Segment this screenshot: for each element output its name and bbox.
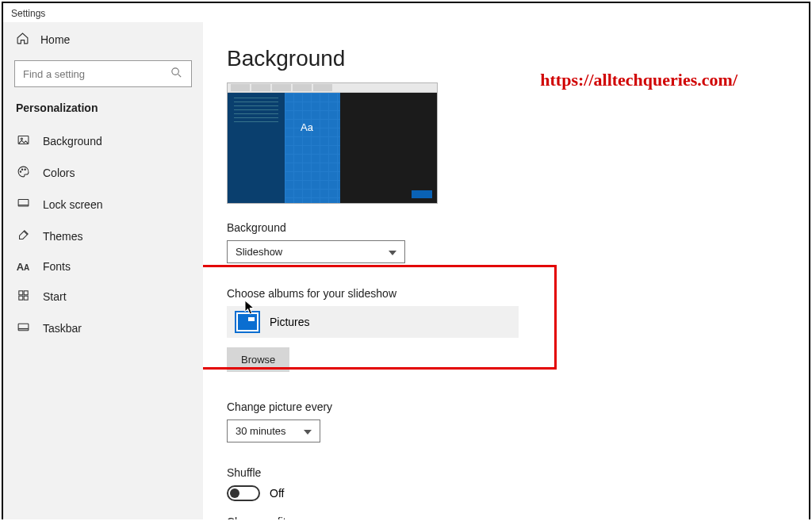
change-interval-dropdown[interactable]: 30 minutes (227, 419, 320, 442)
desktop-preview: Aa (227, 82, 438, 204)
sidebar-item-label: Lock screen (43, 198, 102, 211)
fit-label: Choose a fit (227, 515, 785, 519)
shuffle-state: Off (270, 487, 284, 500)
lockscreen-icon (16, 197, 30, 213)
chevron-down-icon (389, 246, 396, 258)
svg-point-2 (21, 138, 22, 140)
search-placeholder: Find a setting (23, 68, 85, 80)
sidebar-item-label: Taskbar (43, 322, 82, 335)
sidebar-item-label: Colors (43, 167, 75, 179)
shuffle-toggle[interactable] (227, 485, 260, 501)
sidebar-item-label: Themes (43, 230, 83, 243)
window-frame: Settings Home Find a setting Personaliza… (2, 2, 810, 519)
dropdown-value: Slideshow (236, 246, 282, 258)
sidebar-item-label: Background (43, 135, 102, 147)
sidebar-item-taskbar[interactable]: Taskbar (13, 312, 193, 344)
home-icon (16, 32, 29, 48)
background-dropdown[interactable]: Slideshow (227, 240, 405, 263)
watermark-text: https://alltechqueries.com/ (540, 70, 737, 90)
svg-point-0 (172, 68, 179, 75)
sidebar: Home Find a setting Personalization Back… (3, 22, 203, 519)
sidebar-item-fonts[interactable]: AA Fonts (13, 252, 193, 281)
sidebar-item-background[interactable]: Background (13, 125, 193, 157)
svg-rect-11 (18, 324, 29, 331)
shuffle-label: Shuffle (227, 466, 785, 479)
album-name: Pictures (270, 316, 310, 328)
window-title: Settings (3, 3, 809, 22)
main-content: Background Aa Background Slideshow Choos… (203, 22, 809, 519)
home-label: Home (40, 33, 70, 46)
section-header: Personalization (13, 98, 193, 125)
svg-rect-10 (24, 296, 28, 300)
svg-point-3 (20, 171, 21, 172)
browse-button[interactable]: Browse (227, 347, 289, 372)
palette-icon (16, 165, 30, 181)
themes-icon (16, 228, 30, 244)
svg-rect-9 (18, 296, 22, 300)
svg-rect-7 (18, 291, 22, 295)
app-body: Home Find a setting Personalization Back… (3, 22, 809, 519)
svg-rect-8 (24, 291, 28, 295)
sidebar-item-lockscreen[interactable]: Lock screen (13, 189, 193, 220)
folder-icon (236, 312, 259, 331)
sidebar-item-colors[interactable]: Colors (13, 157, 193, 189)
picture-icon (16, 133, 30, 149)
sidebar-item-start[interactable]: Start (13, 281, 193, 312)
album-item[interactable]: Pictures (227, 306, 519, 338)
preview-sample-text: Aa (301, 121, 313, 133)
sidebar-item-themes[interactable]: Themes (13, 220, 193, 252)
svg-point-5 (24, 169, 25, 170)
background-label: Background (227, 221, 785, 234)
chevron-down-icon (304, 425, 312, 437)
start-icon (16, 289, 30, 305)
albums-label: Choose albums for your slideshow (227, 287, 785, 300)
taskbar-icon (16, 320, 30, 336)
page-title: Background (227, 46, 785, 71)
search-icon (170, 66, 183, 82)
fonts-icon: AA (16, 261, 30, 273)
sidebar-item-label: Fonts (43, 260, 71, 273)
search-input[interactable]: Find a setting (14, 60, 192, 87)
dropdown-value: 30 minutes (236, 425, 286, 437)
change-picture-label: Change picture every (227, 400, 785, 413)
svg-point-4 (21, 169, 22, 170)
home-button[interactable]: Home (13, 22, 193, 57)
sidebar-item-label: Start (43, 290, 67, 303)
